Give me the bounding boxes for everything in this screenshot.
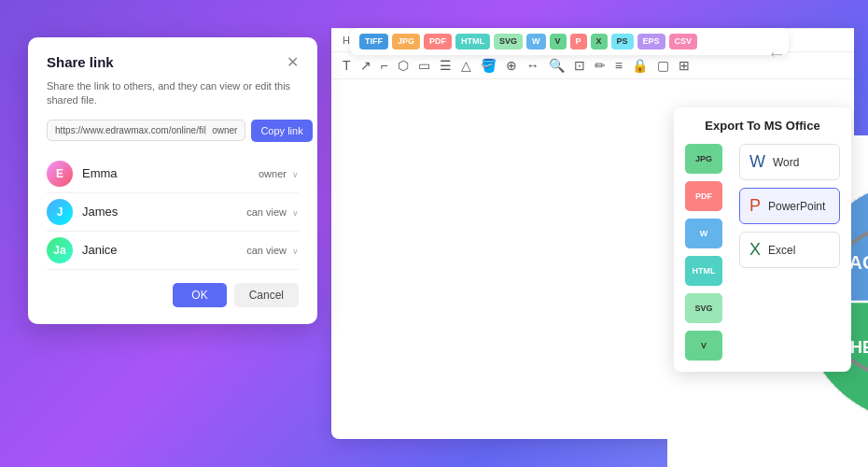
format-eps[interactable]: EPS	[637, 34, 665, 50]
zoom-in-icon[interactable]: 🔍	[549, 58, 565, 73]
export-svg-badge[interactable]: SVG	[685, 293, 722, 323]
link-row: https://www.edrawmax.com/online/fil owne…	[47, 120, 299, 142]
dialog-description: Share the link to others, and they can v…	[47, 79, 299, 108]
user-row-janice: Ja Janice can view ∨	[47, 232, 299, 270]
dialog-actions: OK Cancel	[47, 283, 299, 307]
export-title: Export To MS Office	[685, 119, 840, 133]
format-svg[interactable]: SVG	[494, 34, 523, 50]
fill-tool-icon[interactable]: 🪣	[481, 58, 497, 73]
arrow-indicator: ←	[767, 43, 786, 64]
export-options: W Word P PowerPoint X Excel	[739, 144, 840, 268]
pen-tool-icon[interactable]: ✏	[595, 58, 606, 73]
format-ppt[interactable]: P	[570, 34, 587, 50]
close-button[interactable]: ✕	[287, 55, 299, 70]
connector-tool-icon[interactable]: ↔	[526, 58, 539, 73]
export-v-badge[interactable]: V	[685, 331, 722, 361]
username-james: James	[82, 205, 246, 219]
user-row-james: J James can view ∨	[47, 193, 299, 232]
users-list: E Emma owner ∨ J James can view ∨ Ja Jan…	[47, 155, 299, 270]
arrow-tool-icon[interactable]: ↗	[360, 58, 371, 73]
excel-icon: X	[749, 240, 761, 260]
format-pdf[interactable]: PDF	[424, 34, 452, 50]
excel-label: Excel	[768, 244, 795, 257]
list-tool-icon[interactable]: ☰	[440, 58, 452, 73]
format-jpg[interactable]: JPG	[392, 34, 420, 50]
export-side-icons: JPG PDF W HTML SVG V	[685, 144, 732, 361]
export-html-badge[interactable]: HTML	[685, 256, 722, 286]
corner-tool-icon[interactable]: ⌐	[381, 58, 388, 73]
export-powerpoint-option[interactable]: P PowerPoint	[739, 188, 840, 224]
format-csv[interactable]: CSV	[669, 34, 698, 50]
link-permission[interactable]: owner	[205, 125, 237, 135]
frame-tool-icon[interactable]: ▢	[657, 58, 669, 73]
lock-tool-icon[interactable]: 🔒	[632, 58, 648, 73]
line-tool-icon[interactable]: ≡	[615, 58, 623, 73]
export-pdf-badge[interactable]: PDF	[685, 181, 722, 211]
copy-link-button[interactable]: Copy link	[251, 120, 312, 142]
rect-tool-icon[interactable]: ▭	[418, 58, 430, 73]
ok-button[interactable]: OK	[173, 283, 226, 307]
format-html[interactable]: HTML	[455, 34, 490, 50]
shape-tool-icon[interactable]: ⬡	[398, 58, 409, 73]
format-ps[interactable]: PS	[611, 34, 634, 50]
link-input-field[interactable]: https://www.edrawmax.com/online/fil owne…	[47, 120, 245, 141]
export-panel: Export To MS Office JPG PDF W HTML SVG V…	[674, 107, 851, 372]
svg-text:ACT: ACT	[848, 252, 868, 273]
user-row-emma: E Emma owner ∨	[47, 155, 299, 193]
export-jpg-badge[interactable]: JPG	[685, 144, 722, 174]
avatar-janice: Ja	[47, 237, 73, 263]
avatar-james: J	[47, 199, 73, 225]
avatar-emma: E	[47, 161, 73, 187]
share-dialog: Share link ✕ Share the link to others, a…	[28, 37, 317, 324]
permission-emma[interactable]: owner ∨	[259, 168, 299, 179]
word-label: Word	[773, 156, 799, 169]
link-tool-icon[interactable]: ⊕	[506, 58, 517, 73]
export-word-option[interactable]: W Word	[739, 144, 840, 180]
dialog-header: Share link ✕	[47, 54, 299, 70]
dialog-title: Share link	[47, 54, 114, 70]
crop-tool-icon[interactable]: ⊡	[574, 58, 585, 73]
permission-janice[interactable]: can view ∨	[246, 245, 299, 256]
link-url-text: https://www.edrawmax.com/online/fil	[55, 125, 205, 135]
username-janice: Janice	[82, 243, 246, 257]
format-xls[interactable]: X	[591, 34, 608, 50]
export-grid: JPG PDF W HTML SVG V W Word P PowerPoint…	[685, 144, 840, 361]
text-tool-icon[interactable]: T	[343, 58, 351, 73]
word-icon: W	[749, 152, 765, 172]
cancel-button[interactable]: Cancel	[234, 283, 299, 307]
format-word[interactable]: W	[526, 34, 546, 50]
export-excel-option[interactable]: X Excel	[739, 232, 840, 268]
powerpoint-icon: P	[749, 196, 761, 216]
format-toolbar: TIFF JPG PDF HTML SVG W V P X PS EPS CSV	[350, 28, 789, 55]
export-word-badge[interactable]: W	[685, 219, 722, 248]
grid-tool-icon[interactable]: ⊞	[679, 58, 690, 73]
powerpoint-label: PowerPoint	[768, 200, 825, 213]
username-emma: Emma	[82, 166, 259, 180]
format-v[interactable]: V	[550, 34, 567, 50]
triangle-tool-icon[interactable]: △	[461, 58, 471, 73]
format-tiff[interactable]: TIFF	[359, 34, 388, 50]
permission-james[interactable]: can view ∨	[246, 206, 299, 218]
